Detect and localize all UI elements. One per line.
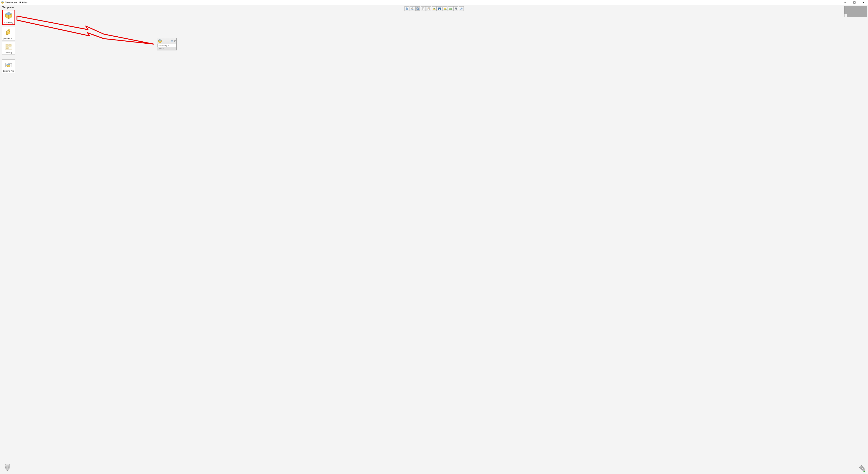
window-titlebar: Treehouse - Untitled*: [0, 0, 868, 5]
svg-line-24: [413, 9, 414, 10]
save-button[interactable]: [437, 6, 442, 11]
node-display-icon[interactable]: [171, 40, 173, 42]
trash-bin[interactable]: [4, 463, 11, 471]
annotation-arrow: [16, 15, 160, 51]
svg-rect-15: [9, 44, 11, 46]
svg-rect-14: [6, 44, 8, 46]
svg-point-60: [861, 467, 862, 468]
svg-rect-35: [439, 8, 440, 8]
minimap-expand-icon[interactable]: ↗: [844, 15, 846, 17]
zoom-fit-button[interactable]: [410, 6, 415, 11]
minimap[interactable]: ↗: [844, 6, 867, 17]
svg-line-27: [418, 9, 419, 10]
app-icon: [1, 1, 4, 4]
svg-line-20: [407, 9, 408, 10]
svg-point-23: [411, 8, 413, 9]
maximize-button[interactable]: [850, 0, 859, 5]
main-toolbar: ?: [404, 6, 464, 11]
print-button[interactable]: [453, 6, 458, 11]
svg-rect-25: [412, 8, 413, 9]
svg-point-66: [863, 469, 864, 470]
svg-point-39: [450, 8, 451, 9]
svg-rect-48: [171, 40, 173, 42]
svg-rect-64: [863, 467, 864, 468]
app-body: Templates Assembly part 0001...: [0, 5, 868, 474]
template-drawing-label: Drawing: [2, 51, 15, 54]
template-existing-label: Existing File: [2, 69, 15, 73]
template-part-label: part 0001...: [2, 37, 15, 40]
node-tree-icon[interactable]: [174, 40, 176, 42]
open-in-solidworks-button[interactable]: [448, 6, 453, 11]
drawing-icon: [2, 42, 15, 51]
help-button[interactable]: ?: [459, 6, 464, 11]
minimize-button[interactable]: [841, 0, 850, 5]
window-title: Treehouse - Untitled*: [5, 1, 29, 4]
svg-rect-42: [455, 9, 457, 10]
svg-rect-16: [6, 47, 8, 48]
settings-button[interactable]: [859, 465, 866, 472]
svg-text:?: ?: [461, 8, 462, 10]
svg-rect-63: [859, 467, 860, 468]
export-image-button[interactable]: [442, 6, 447, 11]
svg-rect-3: [854, 2, 855, 3]
import-button[interactable]: [432, 6, 437, 11]
zoom-in-button[interactable]: [404, 6, 409, 11]
template-assembly-label: Assembly: [3, 21, 14, 25]
svg-rect-34: [439, 9, 440, 10]
template-part[interactable]: part 0001...: [2, 27, 15, 40]
node-configuration: Default: [157, 47, 177, 50]
new-document-button[interactable]: [421, 6, 426, 11]
close-button[interactable]: [859, 0, 868, 5]
window-controls: [841, 0, 868, 5]
svg-rect-49: [172, 42, 173, 42]
open-button[interactable]: [426, 6, 431, 11]
node-assembly-icon: [157, 39, 162, 44]
node-name-field[interactable]: Assembly 1: [157, 44, 176, 47]
svg-rect-62: [861, 469, 862, 470]
svg-rect-61: [861, 465, 862, 466]
template-drawing[interactable]: Drawing: [2, 42, 15, 55]
template-existing-file[interactable]: Existing File: [2, 60, 15, 73]
assembly-icon: [3, 10, 14, 21]
existing-file-icon: [2, 60, 15, 69]
part-icon: [2, 27, 15, 37]
template-assembly[interactable]: Assembly: [2, 10, 15, 25]
canvas-node-assembly[interactable]: Assembly 1 Default: [157, 38, 177, 50]
zoom-area-button[interactable]: [415, 6, 420, 11]
templates-heading: Templates: [2, 6, 14, 9]
svg-rect-41: [455, 8, 457, 8]
